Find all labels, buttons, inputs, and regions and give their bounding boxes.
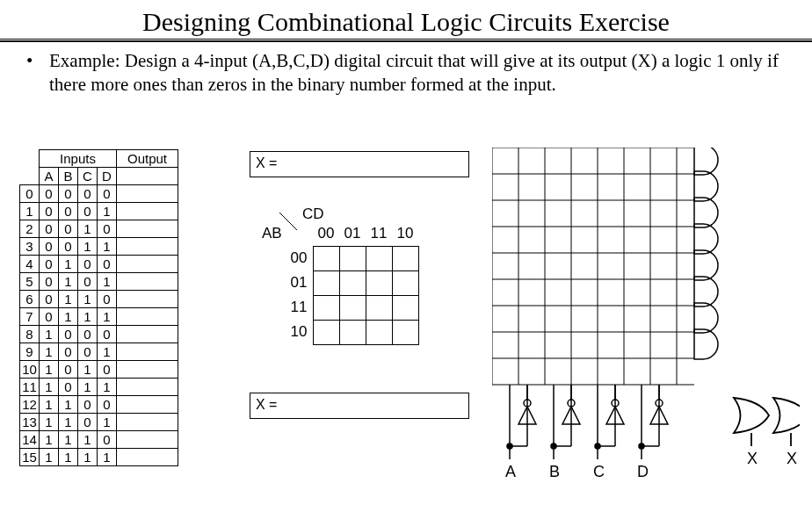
table-row: 141110 <box>20 431 178 449</box>
expression-label-2: X = <box>256 397 277 412</box>
table-row: 111011 <box>20 379 178 396</box>
circuit-diagram: ABCD XX <box>492 148 800 499</box>
and-gate-bank <box>694 148 718 359</box>
input-label: C <box>593 463 605 480</box>
expression-box-2: X = <box>250 393 469 419</box>
example-bullet: • Example: Design a 4-input (A,B,C,D) di… <box>0 49 812 97</box>
expression-box-1: X = <box>250 151 469 177</box>
table-row: 81000 <box>20 326 178 343</box>
table-row: 101010 <box>20 361 178 379</box>
expression-label-1: X = <box>256 155 277 170</box>
table-row: 00000 <box>20 185 178 203</box>
table-row: 70111 <box>20 308 178 326</box>
output-label: X <box>747 450 758 467</box>
input-label: D <box>637 463 649 480</box>
title-underline <box>0 39 812 42</box>
table-row: 20010 <box>20 220 178 238</box>
table-row: 10001 <box>20 203 178 220</box>
input-rails <box>507 385 668 459</box>
kmap: CD AB 0001111000011110 <box>286 221 419 345</box>
table-row: 40100 <box>20 256 178 273</box>
kmap-cd-label: CD <box>302 206 324 223</box>
truth-table: InputsOutputABCD000001000120010300114010… <box>19 149 178 466</box>
table-row: 60110 <box>20 291 178 308</box>
output-label: X <box>787 450 797 467</box>
input-label: B <box>549 463 560 480</box>
bullet-dot: • <box>26 49 49 97</box>
example-text: Example: Design a 4-input (A,B,C,D) digi… <box>49 49 786 97</box>
table-row: 121100 <box>20 396 178 414</box>
table-row: 131101 <box>20 414 178 431</box>
table-row: 50101 <box>20 273 178 291</box>
table-row: 30011 <box>20 238 178 256</box>
kmap-diagonal-icon <box>279 213 297 230</box>
table-row: 91001 <box>20 343 178 361</box>
svg-line-0 <box>279 213 297 230</box>
page-title: Designing Combinational Logic Circuits E… <box>0 7 812 37</box>
or-gate-2 <box>773 398 800 446</box>
table-row: 151111 <box>20 449 178 466</box>
or-gate-1 <box>734 398 769 446</box>
input-label: A <box>505 463 516 480</box>
